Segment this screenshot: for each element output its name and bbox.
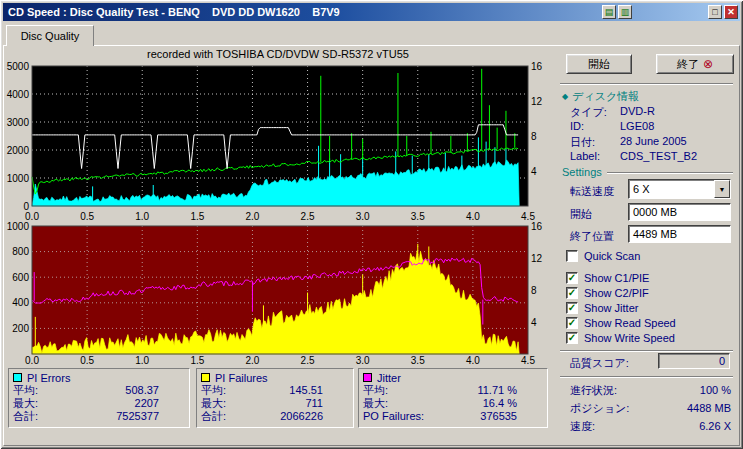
checkbox-box[interactable]: ✓ [566, 302, 578, 314]
progress-row: 進行状況: 100 % [570, 384, 731, 397]
legend-stat-label: 平均: [13, 384, 38, 397]
legend-row: 最大:2207 [13, 397, 185, 410]
svg-text:800: 800 [12, 246, 29, 257]
speed-value: 6.26 X [699, 420, 731, 433]
settings-title: Settings [562, 166, 602, 178]
legend-row: 平均:11.71 % [363, 384, 543, 397]
maximize-button[interactable]: □ [708, 5, 722, 19]
checkbox-show-write-speed[interactable]: ✓ Show Write Speed [566, 331, 675, 345]
svg-text:16: 16 [531, 61, 543, 72]
svg-text:2.0: 2.0 [245, 355, 259, 366]
pi-errors-legend-box: PI Errors 平均:508.37 最大:2207 合計:7525377 [8, 368, 190, 428]
chart-icon: ▤ [605, 6, 614, 18]
legend-stat-value: 11.71 % [388, 384, 543, 397]
svg-text:3.0: 3.0 [356, 211, 370, 222]
pi-errors-swatch [13, 373, 22, 382]
svg-text:4: 4 [531, 166, 537, 177]
svg-text:0.0: 0.0 [25, 211, 39, 222]
recorded-with-label: recorded with TOSHIBA CD/DVDW SD-R5372 v… [4, 48, 552, 60]
svg-text:2.0: 2.0 [245, 211, 259, 222]
pi-errors-chart: 0.00.51.01.52.02.53.03.54.04.50100020003… [4, 60, 552, 224]
start-position-field[interactable]: 0000 MB [628, 203, 731, 221]
tab-disc-quality[interactable]: Disc Quality [6, 25, 94, 46]
end-position-field[interactable]: 4489 MB [628, 225, 731, 243]
svg-text:200: 200 [12, 323, 29, 334]
titlebar[interactable]: CD Speed : Disc Quality Test - BENQ DVD … [3, 3, 740, 21]
svg-text:16: 16 [531, 222, 543, 232]
end-position-value: 4489 MB [633, 228, 677, 240]
checkbox-label: Show C2/PIF [584, 287, 649, 299]
progress-label: 進行状況: [570, 384, 617, 397]
chart-icon-button[interactable]: ▤ [602, 5, 616, 19]
checkbox-show-jitter[interactable]: ✓ Show Jitter [566, 301, 638, 315]
legend-stat-label: 最大: [201, 397, 226, 410]
start-button[interactable]: 開始 [566, 54, 632, 74]
svg-text:4000: 4000 [7, 89, 30, 100]
pi-failures-legend-header: PI Failures [201, 371, 349, 384]
svg-text:4.5: 4.5 [521, 355, 535, 366]
speed-select[interactable]: 6 X ▼ [628, 179, 731, 199]
chevron-down-icon[interactable]: ▼ [714, 180, 730, 198]
checkbox-box[interactable]: ✓ [566, 272, 578, 284]
legend-stat-value: 16.4 % [388, 397, 543, 410]
svg-text:4.5: 4.5 [521, 211, 535, 222]
svg-text:0: 0 [23, 201, 29, 212]
svg-text:0.0: 0.0 [25, 355, 39, 366]
quality-score-value: 0 [719, 355, 725, 367]
legend-stat-value: 376535 [424, 410, 543, 423]
position-value: 4488 MB [687, 402, 731, 415]
jitter-legend-box: Jitter 平均:11.71 % 最大:16.4 % PO Failures:… [358, 368, 548, 428]
svg-text:3.0: 3.0 [356, 355, 370, 366]
exit-icon: ⊗ [703, 58, 713, 70]
legend-stat-label: 最大: [363, 397, 388, 410]
svg-text:5000: 5000 [7, 61, 30, 72]
svg-text:0.5: 0.5 [80, 355, 94, 366]
legend-row: 合計:7525377 [13, 410, 185, 423]
legend-title: Jitter [377, 372, 401, 384]
pi-failures-swatch [201, 373, 210, 382]
legend-stat-value: 508.37 [38, 384, 185, 397]
separator [560, 83, 733, 85]
svg-text:1.5: 1.5 [190, 211, 204, 222]
legend-stat-label: 平均: [363, 384, 388, 397]
svg-text:2.5: 2.5 [301, 211, 315, 222]
checkbox-box[interactable]: ✓ [566, 287, 578, 299]
disc-icon-button[interactable]: ▥ [618, 5, 632, 19]
legend-stat-value: 711 [226, 397, 349, 410]
svg-text:3.5: 3.5 [411, 211, 425, 222]
legend-stat-label: 合計: [201, 410, 226, 423]
checkbox-box[interactable]: ✓ [566, 332, 578, 344]
legend-stat-value: 2207 [38, 397, 185, 410]
disc-type-label: タイプ: [570, 105, 607, 120]
start-button-label: 開始 [588, 57, 610, 72]
cd-speed-window: CD Speed : Disc Quality Test - BENQ DVD … [0, 0, 743, 449]
checkbox-quick-scan[interactable]: Quick Scan [566, 249, 640, 263]
checkbox-show-c2-pif[interactable]: ✓ Show C2/PIF [566, 286, 649, 300]
checkbox-show-read-speed[interactable]: ✓ Show Read Speed [566, 316, 676, 330]
sidebar: 開始 終了 ⊗ ◆ ディスク情報 タイプ: DVD-R ID: LGE08 日付… [556, 46, 737, 445]
progress-value: 100 % [700, 384, 731, 397]
legend-row: 最大:711 [201, 397, 349, 410]
svg-text:4.0: 4.0 [466, 211, 480, 222]
settings-header-line [607, 172, 733, 174]
checkbox-box[interactable]: ✓ [566, 317, 578, 329]
legend-title: PI Errors [27, 372, 70, 384]
disc-info-title: ディスク情報 [572, 89, 639, 104]
svg-text:4.0: 4.0 [466, 355, 480, 366]
speed-select-value: 6 X [629, 183, 714, 195]
svg-text:4: 4 [531, 317, 537, 328]
legend-stat-label: PO Failures: [363, 410, 424, 423]
disc-id-label: ID: [570, 120, 584, 132]
checkbox-show-c1-pie[interactable]: ✓ Show C1/PIE [566, 271, 649, 285]
start-position-label: 開始 [570, 207, 592, 222]
close-button[interactable]: ✕ [724, 5, 738, 19]
legend-row: 平均:145.51 [201, 384, 349, 397]
position-row: ポジション: 4488 MB [570, 402, 731, 415]
start-position-value: 0000 MB [633, 206, 677, 218]
disc-icon: ▥ [621, 6, 630, 18]
svg-text:1000: 1000 [7, 222, 30, 232]
checkbox-box[interactable] [566, 250, 578, 262]
legend-stat-label: 合計: [13, 410, 38, 423]
speed-select-label: 転送速度 [570, 184, 614, 199]
exit-button[interactable]: 終了 ⊗ [656, 54, 734, 74]
